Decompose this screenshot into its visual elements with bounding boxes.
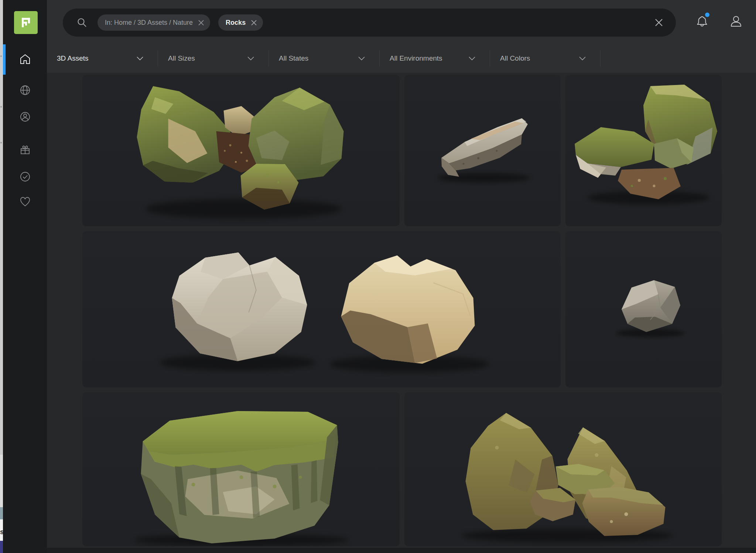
chevron-down-icon (136, 56, 144, 61)
sliver-segment (0, 541, 3, 553)
chevron-down-icon (579, 56, 586, 61)
asset-tile[interactable] (82, 392, 400, 546)
globe-icon (19, 84, 31, 96)
asset-render-limestone-boulder-pair (82, 231, 561, 387)
chevron-down-icon (468, 56, 476, 61)
filter-divider (600, 50, 601, 67)
sliver-segment (0, 507, 3, 519)
home-icon (19, 53, 31, 66)
close-icon (198, 20, 204, 26)
megascans-logo[interactable] (14, 11, 38, 34)
gift-icon (19, 144, 31, 156)
sliver-dot (0, 55, 2, 57)
sliver-dot (0, 106, 2, 108)
filter-label: All Colors (500, 54, 530, 62)
search-bar[interactable]: In: Home / 3D Assets / Nature Rocks (63, 9, 676, 37)
sidebar-item-account[interactable] (3, 105, 47, 128)
filter-label: All Sizes (168, 54, 195, 62)
filter-states[interactable]: All States (279, 44, 365, 73)
asset-tile[interactable] (82, 75, 400, 226)
sliver-segment (0, 455, 3, 507)
filter-divider (379, 50, 380, 67)
filter-label: All States (279, 54, 308, 62)
asset-tile[interactable] (82, 231, 561, 387)
chevron-down-icon (358, 56, 365, 61)
asset-render-mossy-boulder-group (404, 392, 722, 546)
asset-render-mossy-rock-formation (565, 75, 722, 226)
filter-sizes[interactable]: All Sizes (168, 44, 254, 73)
search-chip-location[interactable]: In: Home / 3D Assets / Nature (98, 14, 210, 31)
notification-dot (705, 13, 709, 17)
filter-bar: 3D Assets All Sizes All States All Envir… (47, 44, 756, 73)
close-icon (654, 18, 663, 27)
sliver-dot (0, 142, 2, 143)
asset-grid (82, 75, 722, 546)
chip-remove-button[interactable] (251, 20, 257, 26)
search-icon (77, 17, 87, 28)
filter-divider (158, 50, 158, 67)
sidebar (3, 0, 47, 553)
check-circle-icon (19, 170, 31, 183)
chip-label: Rocks (226, 19, 246, 27)
sliver-text: s (0, 528, 3, 536)
filter-environments[interactable]: All Environments (390, 44, 476, 73)
asset-render-mossy-stone-block (82, 392, 400, 546)
asset-tile[interactable] (565, 75, 722, 226)
profile-circle-icon (19, 111, 31, 123)
sidebar-item-favorites[interactable] (3, 190, 47, 213)
logo-m-icon (19, 16, 33, 30)
asset-render-flat-stone-slab (404, 75, 561, 226)
filter-colors[interactable]: All Colors (500, 44, 586, 73)
filter-category[interactable]: 3D Assets (57, 44, 144, 73)
sidebar-item-acquired[interactable] (3, 165, 47, 188)
chevron-down-icon (247, 56, 254, 61)
filter-label: All Environments (390, 54, 442, 62)
heart-icon (19, 196, 31, 208)
asset-tile[interactable] (565, 231, 722, 387)
asset-render-small-gray-rock (565, 231, 722, 387)
search-chip-term[interactable]: Rocks (218, 14, 263, 31)
asset-grid-area (47, 73, 756, 553)
filter-label: 3D Assets (57, 54, 89, 62)
filter-divider (268, 50, 269, 67)
background-window-sliver: s (0, 0, 3, 553)
sidebar-item-home[interactable] (3, 48, 47, 71)
notifications-button[interactable] (694, 13, 710, 30)
sidebar-item-browse[interactable] (3, 79, 47, 102)
window-bottom-edge (47, 548, 756, 553)
account-button[interactable] (728, 13, 744, 30)
filter-divider (490, 50, 490, 67)
chip-remove-button[interactable] (198, 20, 204, 26)
chip-label: In: Home / 3D Assets / Nature (105, 19, 193, 27)
asset-tile[interactable] (404, 75, 561, 226)
user-icon (728, 13, 744, 30)
close-icon (251, 20, 257, 26)
asset-render-mossy-rock-cluster (82, 75, 400, 226)
sidebar-item-free[interactable] (3, 139, 47, 162)
search-clear-button[interactable] (654, 18, 663, 27)
asset-tile[interactable] (404, 392, 722, 546)
